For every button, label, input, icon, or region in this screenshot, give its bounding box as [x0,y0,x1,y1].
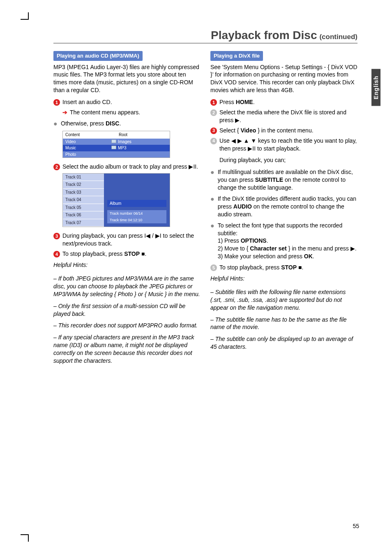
crop-mark-top-left [28,12,35,20]
video-label: Video [240,127,256,134]
rstep-1-text: Press HOME. [219,98,357,106]
rbullet-3: ● To select the font type that supports … [210,222,357,260]
rbullet-2: ● If the DivX title provides different a… [210,195,357,218]
rbullet-2-text: If the DivX title provides different aud… [218,195,357,218]
shot2-album: Album [107,200,166,207]
rstep-2-text: Select the media where the DivX file is … [219,109,357,124]
shot2-info: Album Track number 06/14 Track time 04:1… [104,174,170,227]
step-2: 2 Select the audio album or track to pla… [53,163,201,171]
shot2-track-number: Track number 06/14 [107,210,166,217]
text-fragment: Select { [219,127,240,134]
text-fragment: To select the font type that supports th… [218,222,343,236]
text-fragment: Select the audio album or track to play … [62,163,189,170]
shot1-blank [109,151,170,158]
text-fragment: During playback, you can press [62,232,144,239]
track-row: Track 04 [63,196,104,204]
page-subtitle: (continued) [319,33,357,41]
hint-left-1: – If both JPEG pictures and MP3/WMA are … [53,275,201,298]
page-header: Playback from Disc (continued) [53,29,357,44]
track-row: Track 07 [63,219,104,227]
play-pause-icon: ▶II [248,145,256,152]
section-heading-divx: Playing a DivX file [210,51,263,61]
prev-icon: I◀ [144,232,150,239]
text-fragment: 2) Move to { [218,245,250,252]
hint-right-1: – Subtitle files with the following file… [210,288,357,312]
hint-left-3: – This recorder does not support MP3PRO … [53,322,201,329]
bullet-otherwise-text: Otherwise, press DISC. [61,120,121,127]
shot1-mp3: MP3 [109,145,170,151]
stop-label: STOP [281,264,297,271]
options-label: OPTIONS [241,237,267,244]
step-1-text: Insert an audio CD. [62,98,201,106]
language-tab: English [371,69,380,106]
rstep-1: 1 Press HOME. [210,98,357,106]
hints-title-left: Helpful Hints: [53,261,201,269]
bullet-dot-icon: ● [210,168,214,176]
step-4: 4 To stop playback, press STOP ■. [53,250,201,258]
track-row: Track 03 [63,189,104,197]
during-playback: During playback, you can; [219,156,357,164]
text-fragment: to start playback. [256,145,301,152]
step-1: 1 Insert an audio CD. [53,98,201,106]
step-badge-2: 2 [53,164,60,170]
step-badge-4: 4 [53,251,60,257]
disc-label: DISC [106,120,119,127]
track-list-screenshot: Track 01 Track 02 Track 03 Track 04 Trac… [62,173,201,227]
step-3-text: During playback, you can press I◀ / ▶I t… [62,232,201,248]
rstep-5-text: To stop playback, press STOP ■. [219,264,357,271]
content-menu-screenshot: Content Root VideoImages MusicMP3 Photo [62,131,201,158]
text-fragment: 1) Press [218,237,241,244]
shot2-track-list: Track 01 Track 02 Track 03 Track 04 Trac… [63,174,104,227]
shot1-head-root: Root [116,131,170,139]
subtitle-label: SUBTITLE [255,176,283,183]
text-fragment: Press [219,99,236,105]
arrow-icon: ➔ [62,109,67,116]
step-1-result-text: The content menu appears. [70,109,140,116]
step-badge-2: 2 [210,109,217,116]
shot1-video: Video [63,139,109,145]
hint-left-2: – Only the first session of a multi-sess… [53,302,201,318]
shot2-track-time: Track time 04:12:10 [107,217,166,223]
step-1-result: ➔ The content menu appears. [62,109,201,116]
charset-label: Character set [250,245,287,252]
rbullet-1: ● If multilingual subtitles are availabl… [210,168,357,192]
divx-intro: See 'System Menu Options - Setup Setting… [210,63,357,95]
step-4-text: To stop playback, press STOP ■. [62,250,201,258]
track-row: Track 02 [63,181,104,189]
mp3-intro: MP3 (MPEG1 Audio Layer-3) files are high… [53,63,201,95]
page-number: 55 [353,523,359,529]
text-fragment: 3) Make your selection and press [218,253,304,260]
step-badge-5: 5 [210,264,217,271]
text-fragment: } in the content menu. [256,127,313,134]
bullet-dot-icon: ● [210,195,214,203]
rbullet-3-text: To select the font type that supports th… [218,222,357,260]
play-pause-icon: ▶II [189,163,196,170]
ok-label: OK [304,253,313,260]
hint-right-2: – The subtitle file name has to be the s… [210,316,357,331]
text-fragment: MP3 [118,145,127,151]
hint-left-4: – If any special characters are present … [53,334,201,365]
text-fragment: } in the menu and press ▶. [287,245,357,252]
audio-label: AUDIO [233,203,252,210]
folder-icon [111,139,116,145]
text-fragment: Otherwise, press [61,120,106,127]
section-heading-mp3: Playing an audio CD (MP3/WMA) [53,51,143,61]
rstep-4-text: Use ◀ ▶ ▲ ▼ keys to reach the title you … [219,137,357,153]
text-fragment: To stop playback, press [62,250,124,257]
step-badge-1: 1 [53,99,60,106]
stop-icon: ■ [298,264,302,271]
crop-mark-bottom-left [28,534,35,542]
page-title: Playback from Disc [211,29,317,42]
text-fragment: To stop playback, press [219,264,281,271]
track-row: Track 06 [63,211,104,219]
bullet-dot-icon: ● [210,222,214,229]
stop-label: STOP [124,250,140,257]
track-row: Track 05 [63,204,104,212]
rstep-4: 4 Use ◀ ▶ ▲ ▼ keys to reach the title yo… [210,137,357,153]
track-row: Track 01 [63,174,104,181]
step-badge-3: 3 [210,127,217,134]
rstep-2: 2 Select the media where the DivX file i… [210,109,357,124]
shot1-photo: Photo [63,151,109,158]
shot1-head-content: Content [63,131,116,139]
step-badge-1: 1 [210,99,217,106]
